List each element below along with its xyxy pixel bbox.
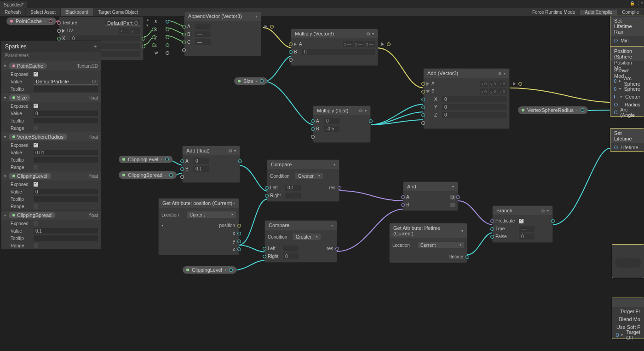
compile-button[interactable]: Compile [617,10,644,15]
port-in[interactable] [401,203,405,207]
port-in[interactable] [182,25,186,29]
select-asset-button[interactable]: Select Asset [26,8,61,16]
node-compare-1[interactable]: Compare▾ ConditionGreater Left0.1 res Ri… [267,159,339,202]
port-out[interactable] [169,173,173,177]
port-in[interactable] [614,95,615,99]
port-out[interactable] [166,51,169,55]
auto-compile-button[interactable]: Auto Compile [580,10,617,15]
context-output-block[interactable]: Target Fr Blend Mo Use Soft F ▸Target Of… [612,298,644,339]
port-in[interactable] [57,37,61,41]
port-out[interactable] [165,158,169,161]
port-in[interactable] [614,79,616,83]
condition-dropdown[interactable]: Greater [293,234,321,240]
exposed-checkbox[interactable] [34,143,38,147]
port-in[interactable] [421,105,425,109]
value-field[interactable]: 0 [34,189,98,194]
false-field[interactable]: 0 [519,234,535,240]
triangle-port[interactable] [381,42,384,46]
pill-size[interactable]: Size ‹ [234,77,267,85]
gear-icon[interactable]: ⚙ [496,71,504,76]
node-add-float[interactable]: Add (float)⚙▾ A0 B0.1 [182,146,240,183]
slot[interactable] [615,258,641,268]
port-in[interactable] [490,235,494,239]
tooltip-field[interactable] [34,118,98,123]
triangle-port[interactable] [264,25,267,29]
value-field[interactable]: 0.1 [34,228,98,234]
exposed-checkbox[interactable] [34,72,38,76]
tooltip-field[interactable] [34,196,98,202]
port-in[interactable] [263,255,266,258]
port-out[interactable] [238,159,242,163]
port-out[interactable] [166,35,169,39]
location-dropdown[interactable]: Current [418,242,464,248]
pill-clippinglevel[interactable]: ClippingLevel ‹ [119,156,172,163]
port-out[interactable] [142,45,145,48]
port-out[interactable] [237,232,241,235]
right-field[interactable]: 0 [283,253,299,259]
port-in[interactable] [152,43,155,47]
chevron-left-icon[interactable]: ◂ [146,18,149,22]
port-out[interactable] [166,20,169,23]
add-parameter-button[interactable]: + [93,43,97,50]
chevron-down-icon[interactable]: ▾ [461,229,463,233]
port-in[interactable] [57,21,61,25]
foldout-icon[interactable]: ▸ [621,333,624,337]
exposed-checkbox[interactable] [34,182,38,187]
exposed-checkbox[interactable] [34,221,38,226]
node-multiply-float[interactable]: Multiply (float)⚙▾ A0 B-0.5 [313,105,371,143]
context-position-sphere[interactable]: Position (Sphere Position Mo Spawn Mod ▸… [610,46,644,117]
b-field[interactable]: 0 [302,49,375,55]
param-header[interactable]: ▾ ClippingLevel float [1,171,101,181]
port-in[interactable] [180,159,184,163]
z-field[interactable]: 0 [442,112,506,118]
port-in[interactable] [421,121,425,125]
pill-vertexsphereradius[interactable]: VertexSphereRadius ‹ [518,106,588,114]
param-header[interactable]: ▾ VertexSphereRadius float [1,132,101,141]
context-empty-block[interactable] [612,244,644,278]
node-multiply-vector3[interactable]: Multiply (Vector3)⚙▾ A x —y —z — B0 [291,29,378,66]
range-checkbox[interactable] [34,165,38,170]
port-in[interactable] [180,175,184,179]
foldout-icon[interactable]: ▸ [619,79,621,83]
port-in[interactable] [421,98,425,101]
value-field[interactable]: 0.01 [34,150,98,155]
exposed-checkbox[interactable] [34,104,38,108]
port-out[interactable] [237,240,241,243]
port-out[interactable] [166,43,169,47]
tooltip-field[interactable] [34,86,98,92]
field[interactable]: — [195,23,211,29]
port-in[interactable] [311,135,315,139]
chevron-down-icon[interactable]: ▾ [233,201,235,205]
port-in[interactable] [265,186,269,190]
port-out[interactable] [260,79,264,83]
gear-icon[interactable]: ⚙ [539,208,547,213]
node-compare-2[interactable]: Compare▾ ConditionGreater Left— res Righ… [264,220,337,263]
port-in[interactable] [289,58,293,62]
port-in[interactable] [614,111,617,114]
chevron-down-icon[interactable]: ▾ [331,223,333,228]
port-in[interactable] [421,113,425,117]
right-field[interactable]: — [285,193,301,199]
range-checkbox[interactable] [34,243,38,248]
left-field[interactable]: — [283,246,299,252]
a-field[interactable]: 0 [193,158,209,164]
param-header[interactable]: ▾ PointCache Texture2D [1,61,101,70]
tooltip-field[interactable] [34,157,98,163]
range-checkbox[interactable] [34,126,38,130]
port-out[interactable] [466,255,469,259]
left-field[interactable]: 0.1 [285,185,301,191]
chevron-down-icon[interactable]: ▾ [452,185,454,189]
value-objectfield[interactable]: DefaultParticle [34,79,98,85]
param-header[interactable]: ▾ Size float [1,93,101,102]
port-out[interactable] [518,82,522,86]
object-picker-icon[interactable] [92,80,96,83]
true-field[interactable]: — [519,226,535,232]
port-in[interactable] [421,90,425,94]
a-field[interactable]: 0 [324,118,339,124]
chevron-down-icon[interactable]: ▾ [334,163,335,167]
b-field[interactable]: -0.5 [324,126,339,132]
port-in[interactable] [421,82,425,86]
pill-clippingspread[interactable]: ClippingSpread ‹ [119,171,177,179]
x-field[interactable]: 0 [442,96,506,102]
lock-icon[interactable]: 🔒 [630,1,635,6]
